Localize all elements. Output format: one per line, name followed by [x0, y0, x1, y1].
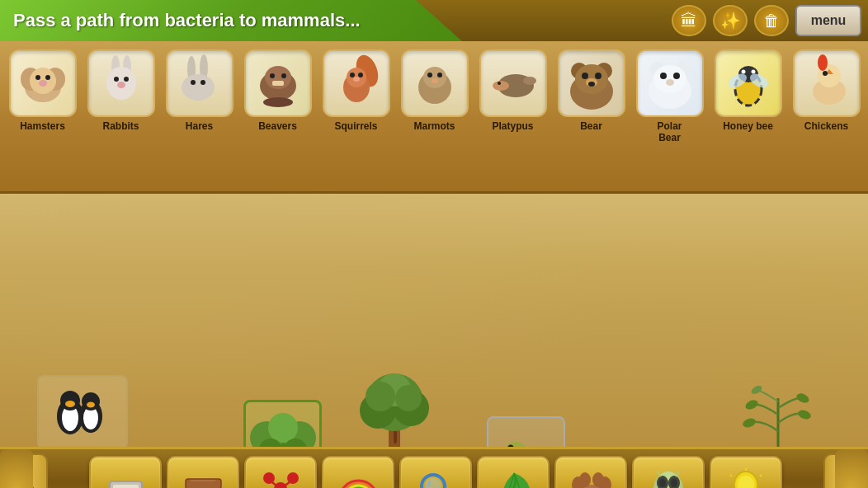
toolbar-wood-button[interactable]	[167, 456, 239, 489]
carousel-item-rabbits[interactable]: Rabbits	[82, 48, 160, 134]
svg-point-53	[666, 79, 674, 86]
svg-point-29	[353, 77, 360, 82]
header: Pass a path from bacteria to mammals... …	[0, 0, 868, 41]
svg-point-157	[274, 482, 287, 488]
game-item-bush[interactable]	[243, 400, 322, 447]
profile-button[interactable]: 🏛	[672, 5, 706, 36]
carousel-item-hares[interactable]: Hares	[160, 48, 238, 134]
svg-line-190	[760, 475, 762, 476]
honey-bee-image	[715, 49, 782, 117]
carousel-item-beavers[interactable]: Beavers	[238, 48, 317, 134]
marmots-image	[401, 49, 469, 117]
svg-point-43	[582, 73, 588, 79]
menu-button[interactable]: menu	[795, 5, 861, 36]
toolbar-left-cap	[7, 453, 48, 489]
bear-image	[558, 49, 625, 117]
svg-point-69	[65, 401, 75, 407]
svg-point-28	[358, 73, 363, 77]
svg-point-38	[498, 82, 501, 85]
platypus-label: Platypus	[492, 120, 533, 132]
beavers-label: Beavers	[258, 120, 297, 132]
svg-point-23	[263, 97, 293, 107]
toolbar-rainbow-button[interactable]	[322, 456, 394, 489]
toolbar-right-cap	[823, 453, 865, 489]
svg-point-51	[660, 73, 667, 79]
bear-label: Bear	[580, 120, 602, 132]
game-item-fern[interactable]	[734, 371, 821, 447]
marmots-label: Marmots	[413, 120, 455, 132]
svg-point-179	[659, 479, 666, 487]
carousel-item-platypus[interactable]: Platypus	[474, 48, 552, 134]
svg-point-12	[117, 82, 125, 88]
game-item-tree[interactable]	[347, 363, 441, 447]
light-button[interactable]: ✨	[713, 5, 748, 36]
svg-point-64	[818, 54, 828, 71]
svg-point-34	[432, 78, 438, 83]
toolbar-leaf-button[interactable]	[477, 456, 550, 489]
game-item-penguins[interactable]	[37, 375, 128, 447]
svg-point-6	[39, 80, 47, 87]
beavers-image	[244, 49, 312, 117]
svg-point-98	[395, 385, 422, 411]
svg-point-33	[437, 73, 442, 77]
svg-line-189	[730, 475, 732, 476]
rabbits-image	[87, 49, 155, 117]
trash-button[interactable]: 🗑	[754, 5, 789, 36]
game-item-lizard[interactable]	[487, 416, 565, 447]
svg-point-11	[124, 77, 129, 82]
carousel-item-chickens[interactable]: Chickens	[787, 48, 866, 134]
hares-image	[166, 49, 234, 117]
toolbar-search-button[interactable]	[399, 456, 472, 489]
toolbar	[0, 447, 868, 488]
svg-point-131	[741, 416, 756, 429]
svg-point-88	[268, 413, 298, 443]
svg-point-36	[493, 81, 509, 91]
carousel-item-squirrels[interactable]: Squirrels	[317, 48, 395, 134]
honey-bee-label: Honey bee	[723, 120, 773, 132]
squirrels-image	[323, 49, 390, 117]
svg-point-44	[595, 73, 601, 79]
svg-point-171	[592, 472, 604, 487]
carousel-item-marmots[interactable]: Marmots	[395, 48, 474, 134]
title-text: Pass a path from bacteria to mammals...	[13, 10, 361, 31]
squirrels-label: Squirrels	[334, 120, 377, 132]
svg-point-72	[82, 392, 100, 411]
svg-point-46	[588, 82, 595, 87]
svg-point-37	[523, 77, 536, 85]
svg-rect-145	[113, 485, 139, 488]
svg-point-60	[751, 70, 755, 74]
svg-point-17	[200, 80, 205, 85]
carousel-item-polar-bear[interactable]: PolarBear	[630, 48, 709, 146]
svg-point-135	[749, 384, 762, 396]
game-area	[0, 194, 868, 447]
hamsters-label: Hamsters	[20, 120, 65, 132]
svg-point-97	[366, 382, 395, 411]
hamsters-image	[9, 49, 77, 117]
carousel-item-hamsters[interactable]: Hamsters	[3, 48, 82, 134]
toolbar-molecule-button[interactable]	[244, 456, 317, 489]
carousel-item-bear[interactable]: Bear	[552, 48, 630, 134]
toolbar-paw-button[interactable]	[554, 456, 627, 489]
svg-point-4	[35, 75, 40, 80]
svg-point-164	[425, 478, 441, 488]
svg-point-31	[423, 67, 446, 88]
svg-rect-22	[272, 81, 284, 86]
svg-point-27	[350, 73, 355, 77]
toolbar-bulb-button[interactable]	[710, 456, 782, 489]
hares-label: Hares	[186, 120, 213, 132]
carousel-item-honey-bee[interactable]: Honey bee	[709, 48, 787, 134]
toolbar-metal-button[interactable]	[89, 456, 162, 489]
animal-carousel: Hamsters Rabbits Hares	[0, 41, 868, 194]
svg-point-159	[263, 472, 275, 484]
svg-point-59	[741, 70, 745, 74]
svg-point-15	[182, 74, 215, 101]
toolbar-alien-button[interactable]	[632, 456, 705, 489]
svg-point-158	[287, 472, 299, 484]
svg-point-180	[671, 479, 677, 487]
chickens-image	[793, 49, 861, 117]
svg-point-65	[823, 71, 828, 76]
svg-point-20	[270, 73, 275, 78]
svg-point-10	[114, 77, 119, 82]
rabbits-label: Rabbits	[102, 120, 139, 132]
svg-point-132	[796, 408, 811, 420]
